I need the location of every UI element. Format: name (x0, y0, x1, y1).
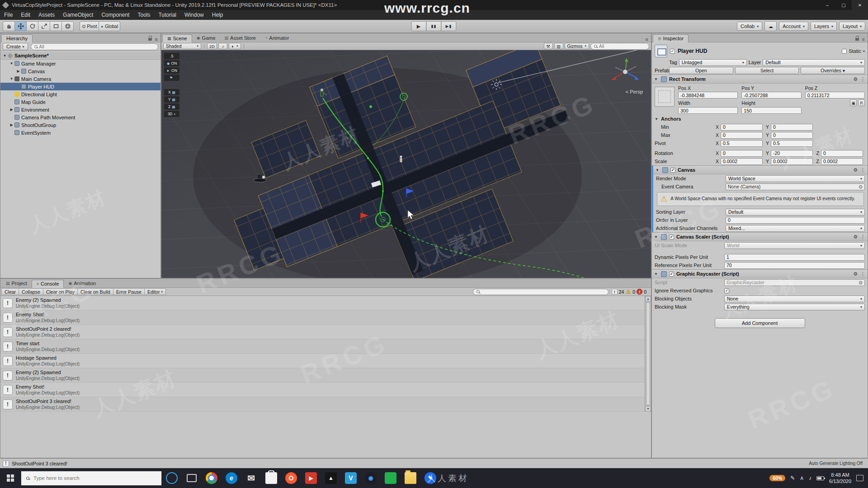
active-checkbox[interactable] (670, 49, 675, 54)
global-toggle-button[interactable]: ◐ Global (99, 21, 120, 31)
taskbar-app-media[interactable]: ▶ (301, 468, 321, 488)
maximize-button[interactable]: ▢ (835, 0, 852, 10)
canvas-scaler-header[interactable]: ▼ Canvas Scaler (Script) ⚙⋮ (652, 232, 868, 241)
blueprint-mode-toggle[interactable]: ▣ (850, 99, 857, 106)
hierarchy-search-input[interactable]: All (31, 43, 158, 50)
static-dropdown-icon[interactable]: ▾ (863, 49, 865, 53)
collab-dropdown[interactable]: Collab (737, 22, 762, 31)
collapse-button[interactable]: Collapse (19, 288, 43, 295)
camera-settings-button[interactable]: ▥ (554, 43, 563, 49)
move-tool-button[interactable] (14, 21, 27, 31)
start-button[interactable] (0, 468, 21, 488)
overlay-z-grid-toggle[interactable]: Z▦ (164, 103, 179, 110)
more-icon[interactable]: ⋮ (860, 76, 865, 82)
foldout-icon[interactable]: ▼ (654, 235, 659, 239)
transform-tool-button[interactable] (61, 21, 74, 31)
taskbar-app-vscode[interactable]: V (341, 468, 361, 488)
taskbar-clock[interactable]: 8:48 AM 6/13/2020 (829, 472, 851, 485)
lock-icon[interactable] (855, 38, 859, 41)
object-picker-icon[interactable]: ⊙ (859, 280, 863, 285)
expand-arrow-icon[interactable]: ▼ (9, 61, 14, 66)
rotation-z-field[interactable]: 0 (821, 150, 863, 157)
create-button[interactable]: Create (3, 43, 28, 50)
gizmos-dropdown[interactable]: Gizmos (565, 43, 589, 49)
taskbar-app-browser-orange[interactable]: O (281, 468, 301, 488)
pos-x-field[interactable]: -0.3884248 (678, 92, 738, 99)
hierarchy-item[interactable]: Map Guide (0, 98, 160, 106)
hierarchy-item[interactable]: ▶Canvas (0, 67, 160, 75)
scale-tool-button[interactable] (38, 21, 50, 31)
error-pause-button[interactable]: Error Pause (113, 288, 145, 295)
console-log-entry[interactable]: Hostage SpawnedUnityEngine.Debug:Log(Obj… (0, 354, 651, 368)
console-search-input[interactable] (473, 289, 609, 295)
tab-hierarchy[interactable]: Hierarchy (1, 34, 33, 42)
rect-transform-header[interactable]: ▼ Rect Transform ⚙⋮ (652, 75, 868, 84)
console-log-entry[interactable]: Timer startUnityEngine.Debug:Log(Object) (0, 339, 651, 354)
editor-dropdown[interactable]: Editor (144, 288, 166, 295)
clear-on-play-button[interactable]: Clear on Play (43, 288, 78, 295)
scale-x-field[interactable]: 0.0002 (721, 158, 763, 165)
hierarchy-item[interactable]: EventSystem (0, 129, 160, 136)
tab-animator[interactable]: ◔Animator (260, 34, 293, 42)
rotation-y-field[interactable]: -20 (771, 150, 813, 157)
prefab-open-button[interactable]: Open (669, 67, 733, 74)
static-checkbox[interactable] (842, 49, 847, 54)
taskbar-app-edge[interactable]: e (222, 468, 241, 488)
ui-scale-mode-dropdown[interactable]: World (724, 242, 865, 249)
tab-game[interactable]: ◉Game (192, 34, 220, 42)
component-enabled-checkbox[interactable] (670, 168, 675, 173)
taskbar-app-store[interactable] (261, 468, 281, 488)
2d-toggle-button[interactable]: 2D (207, 43, 217, 49)
menu-gameobject[interactable]: GameObject (59, 12, 97, 18)
menu-assets[interactable]: Assets (34, 12, 59, 18)
more-icon[interactable]: ⋮ (860, 167, 865, 173)
component-enabled-checkbox[interactable] (669, 235, 674, 239)
battery-icon[interactable] (816, 476, 824, 480)
panel-menu-icon[interactable]: ≡ (155, 37, 158, 42)
status-message[interactable]: ShootOutPoint 3 cleared! (12, 461, 67, 466)
hand-tool-button[interactable] (3, 21, 15, 31)
console-log-entry[interactable]: Enemy Shot!UnityEngine.Debug:Log(Object) (0, 310, 651, 325)
scene-viewport[interactable]: .5 ◉ON ►ON ⚑ X▦ Y▦ Z▦ 3D◐ < Persp (161, 50, 651, 278)
hierarchy-item[interactable]: Directional Light (0, 90, 160, 98)
layer-dropdown[interactable]: Default (763, 59, 865, 66)
hierarchy-item[interactable]: ▶Environment (0, 106, 160, 113)
panel-menu-icon[interactable]: ≡ (646, 37, 648, 42)
pivot-y-field[interactable]: 0.5 (771, 140, 813, 147)
blocking-objects-dropdown[interactable]: None (724, 296, 865, 302)
width-field[interactable]: 300 (678, 107, 738, 114)
clear-on-build-button[interactable]: Clear on Build (77, 288, 113, 295)
menu-tools[interactable]: Tools (133, 12, 154, 18)
overlay-nav-toggle[interactable]: ►ON (164, 67, 179, 74)
hierarchy-item[interactable]: ▼Main Camera (0, 75, 160, 83)
expand-arrow-icon[interactable]: ▼ (9, 77, 14, 81)
perspective-label[interactable]: < Persp (626, 89, 643, 94)
auto-generate-lighting-label[interactable]: Auto Generate Lighting Off (809, 461, 865, 466)
scene-tools-button[interactable]: ⚒ (544, 43, 553, 49)
order-in-layer-field[interactable]: 0 (726, 217, 865, 224)
rect-tool-button[interactable] (50, 21, 62, 31)
scene-audio-toggle[interactable]: ♪ (218, 43, 227, 49)
menu-file[interactable]: File (0, 12, 17, 18)
dynamic-ppu-field[interactable]: 1 (724, 254, 865, 261)
step-button[interactable]: ▶▮ (441, 21, 457, 31)
expand-arrow-icon[interactable]: ▶ (9, 108, 14, 112)
minimize-button[interactable]: – (819, 0, 835, 10)
prefab-overrides-button[interactable]: Overrides ▾ (801, 67, 865, 74)
prefab-select-button[interactable]: Select (735, 67, 799, 74)
overlay-3d-toggle[interactable]: 3D◐ (164, 111, 179, 117)
overlay-flag-toggle[interactable]: ⚑ (164, 75, 179, 81)
scene-search-input[interactable]: All (590, 43, 649, 50)
gameobject-name[interactable]: Player HUD (678, 48, 707, 54)
more-icon[interactable]: ⋮ (860, 234, 865, 240)
battery-saver-badge[interactable]: 60% (769, 475, 785, 481)
action-center-icon[interactable] (856, 475, 863, 481)
pivot-x-field[interactable]: 0.5 (721, 140, 763, 147)
anchor-preset-button[interactable] (655, 87, 675, 107)
cloud-button[interactable]: ☁ (764, 21, 777, 31)
anchor-max-y-field[interactable]: 0 (771, 132, 813, 139)
error-count[interactable]: 0 (644, 289, 646, 295)
console-log-entry[interactable]: Enemy (2) SpawnedUnityEngine.Debug:Log(O… (0, 368, 651, 383)
menu-window[interactable]: Window (180, 12, 208, 18)
taskbar-task-view[interactable] (182, 468, 202, 488)
